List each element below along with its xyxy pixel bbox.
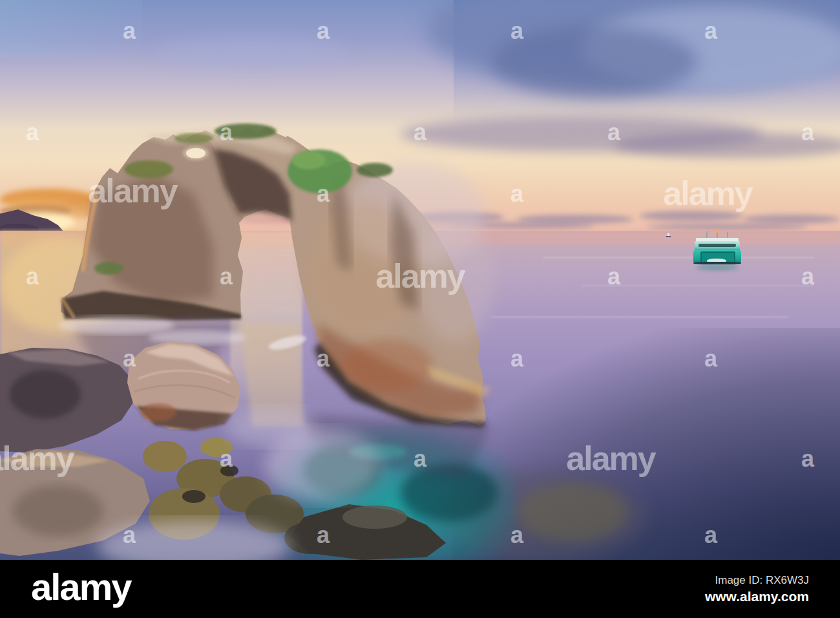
image-id-label: Image ID: RX6W3J	[705, 574, 809, 587]
bar-right-block: Image ID: RX6W3J www.alamy.com	[705, 574, 809, 604]
distant-boat	[666, 233, 671, 237]
rock-arch-illustration	[0, 0, 840, 560]
boat-light	[715, 230, 719, 233]
boat-reflection	[696, 265, 739, 270]
photo: alamyalamyalamyalamyalamyaaaaaaaaaaaaaaa…	[0, 0, 840, 560]
arch-window-glow	[183, 146, 209, 160]
boat-windows	[698, 244, 736, 247]
alamy-logo: alamy	[31, 568, 131, 606]
stock-photo-page: { "branding": { "logo_text": "alamy", "i…	[0, 0, 840, 618]
alamy-url: www.alamy.com	[705, 589, 809, 604]
distant-boat-hull	[666, 236, 671, 237]
boat-waterline	[693, 262, 741, 264]
bottom-bar: alamy Image ID: RX6W3J www.alamy.com	[0, 560, 840, 618]
boat	[692, 230, 742, 269]
